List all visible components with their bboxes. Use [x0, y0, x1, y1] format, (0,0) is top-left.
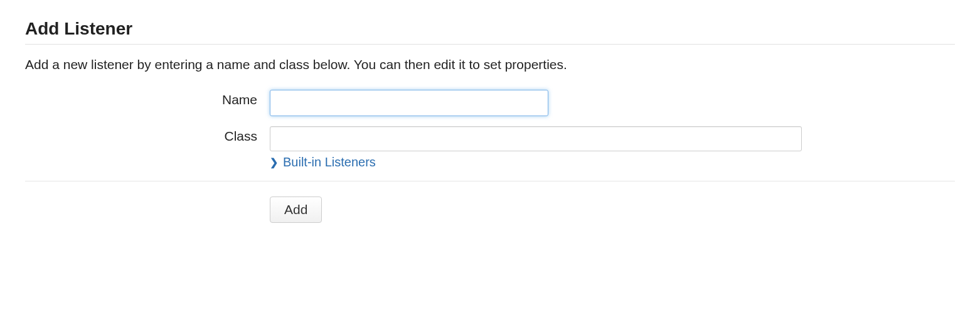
button-row: Add — [25, 197, 955, 223]
class-input[interactable] — [270, 126, 802, 151]
divider — [25, 181, 955, 181]
chevron-right-icon: ❯ — [270, 156, 278, 168]
page-description: Add a new listener by entering a name an… — [25, 57, 955, 72]
name-control-wrap — [270, 90, 955, 116]
name-input[interactable] — [270, 90, 548, 116]
add-button[interactable]: Add — [270, 197, 322, 223]
class-label: Class — [25, 126, 270, 144]
name-label: Name — [25, 90, 270, 107]
builtin-listeners-link[interactable]: ❯ Built-in Listeners — [270, 155, 376, 170]
form-row-class: Class ❯ Built-in Listeners — [25, 126, 955, 170]
class-control-wrap: ❯ Built-in Listeners — [270, 126, 955, 170]
page-title: Add Listener — [25, 19, 955, 45]
form-row-name: Name — [25, 90, 955, 116]
builtin-listeners-label: Built-in Listeners — [283, 155, 376, 170]
